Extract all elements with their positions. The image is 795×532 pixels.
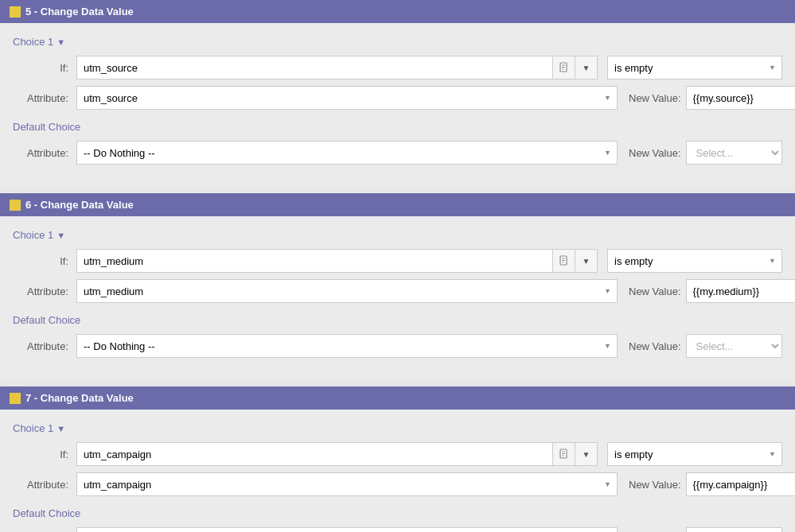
if-row-5: If: ▼: [13, 56, 782, 80]
section-body-5: Choice 1 ▼ If: ▼: [0, 23, 795, 187]
if-doc-icon-btn-7[interactable]: [553, 442, 575, 466]
attr-select-wrapper-6: utm_medium: [76, 279, 618, 303]
new-value-input-5[interactable]: [686, 86, 795, 110]
section-block-7: 7 - Change Data Value Choice 1 ▼ If:: [0, 386, 795, 532]
attribute-row-6: Attribute: utm_medium New Value:: [13, 279, 782, 303]
default-attribute-row-5: Attribute: -- Do Nothing -- New Value: S…: [13, 141, 782, 165]
if-dropdown-btn-5[interactable]: ▼: [575, 56, 598, 80]
condition-input-5[interactable]: [607, 56, 782, 80]
attr-select-wrapper-5: utm_source: [76, 86, 618, 110]
condition-wrapper-5: [607, 56, 782, 80]
condition-input-6[interactable]: [607, 249, 782, 273]
if-text-input-6[interactable]: [76, 249, 553, 273]
attribute-label-7: Attribute:: [13, 479, 76, 491]
section-body-7: Choice 1 ▼ If: ▼: [0, 410, 795, 532]
choice-1-arrow-7: ▼: [57, 424, 65, 433]
if-row-6: If: ▼: [13, 249, 782, 273]
default-new-value-select-6[interactable]: Select...: [686, 334, 782, 358]
default-attr-select-7[interactable]: -- Do Nothing --: [76, 527, 618, 532]
default-new-value-label-5: New Value:: [629, 147, 681, 159]
condition-wrapper-6: [607, 249, 782, 273]
section-title-5: 5 - Change Data Value: [25, 6, 134, 17]
attr-select-6[interactable]: utm_medium: [76, 279, 618, 303]
choice-1-label-5[interactable]: Choice 1 ▼: [13, 36, 782, 48]
new-value-label-7: New Value:: [629, 479, 681, 491]
section-block-5: 5 - Change Data Value Choice 1 ▼ If:: [0, 0, 795, 187]
default-attr-select-wrapper-6: -- Do Nothing --: [76, 334, 618, 358]
attr-select-5[interactable]: utm_source: [76, 86, 618, 110]
attribute-row-7: Attribute: utm_campaign New Value:: [13, 472, 782, 496]
if-label-5: If:: [13, 62, 76, 74]
section-title-6: 6 - Change Data Value: [25, 199, 134, 211]
if-row-7: If: ▼: [13, 442, 782, 466]
section-icon-6: [10, 200, 21, 211]
default-attribute-label-6: Attribute:: [13, 340, 76, 352]
attr-select-7[interactable]: utm_campaign: [76, 472, 618, 496]
condition-wrapper-7: [607, 442, 782, 466]
section-header-5: 5 - Change Data Value: [0, 0, 795, 23]
if-input-wrapper-7: ▼: [76, 442, 598, 466]
if-label-7: If:: [13, 449, 76, 460]
new-value-label-6: New Value:: [629, 285, 681, 297]
default-attr-select-6[interactable]: -- Do Nothing --: [76, 334, 618, 358]
section-title-7: 7 - Change Data Value: [25, 392, 134, 404]
default-choice-label-7: Default Choice: [13, 507, 782, 519]
if-doc-icon-btn-6[interactable]: [553, 249, 575, 273]
section-icon-5: [10, 6, 21, 17]
default-attr-select-wrapper-7: -- Do Nothing --: [76, 527, 618, 532]
attribute-label-6: Attribute:: [13, 285, 76, 297]
default-attribute-label-5: Attribute:: [13, 147, 76, 159]
default-choice-label-5: Default Choice: [13, 121, 782, 133]
new-value-input-7[interactable]: [686, 472, 795, 496]
section-block-6: 6 - Change Data Value Choice 1 ▼ If:: [0, 193, 795, 380]
if-text-input-7[interactable]: [76, 442, 553, 466]
choice-1-label-7[interactable]: Choice 1 ▼: [13, 422, 782, 434]
section-icon-7: [10, 393, 21, 404]
new-value-input-6[interactable]: [686, 279, 795, 303]
choice-1-arrow-5: ▼: [57, 37, 65, 47]
section-body-6: Choice 1 ▼ If: ▼: [0, 216, 795, 380]
if-text-input-5[interactable]: [76, 56, 553, 80]
default-new-value-select-7[interactable]: Select...: [686, 527, 782, 532]
default-attr-select-wrapper-5: -- Do Nothing --: [76, 141, 618, 165]
section-header-7: 7 - Change Data Value: [0, 386, 795, 410]
if-input-wrapper-5: ▼: [76, 56, 598, 80]
attribute-label-5: Attribute:: [13, 92, 76, 104]
default-attribute-row-6: Attribute: -- Do Nothing -- New Value: S…: [13, 334, 782, 358]
if-input-wrapper-6: ▼: [76, 249, 598, 273]
attribute-row-5: Attribute: utm_source New Value:: [13, 86, 782, 110]
if-dropdown-btn-7[interactable]: ▼: [575, 442, 598, 466]
attr-select-wrapper-7: utm_campaign: [76, 472, 618, 496]
choice-1-arrow-6: ▼: [57, 231, 65, 240]
section-header-6: 6 - Change Data Value: [0, 193, 795, 216]
default-new-value-select-5[interactable]: Select...: [686, 141, 782, 165]
default-attribute-row-7: Attribute: -- Do Nothing -- New Value: S…: [13, 527, 782, 532]
default-new-value-label-6: New Value:: [629, 340, 681, 352]
if-dropdown-btn-6[interactable]: ▼: [575, 249, 598, 273]
condition-input-7[interactable]: [607, 442, 782, 466]
choice-1-label-6[interactable]: Choice 1 ▼: [13, 229, 782, 241]
default-choice-label-6: Default Choice: [13, 314, 782, 326]
if-label-6: If:: [13, 255, 76, 267]
new-value-label-5: New Value:: [629, 92, 681, 104]
if-doc-icon-btn-5[interactable]: [553, 56, 575, 80]
page-container: 5 - Change Data Value Choice 1 ▼ If:: [0, 0, 795, 532]
default-attr-select-5[interactable]: -- Do Nothing --: [76, 141, 618, 165]
